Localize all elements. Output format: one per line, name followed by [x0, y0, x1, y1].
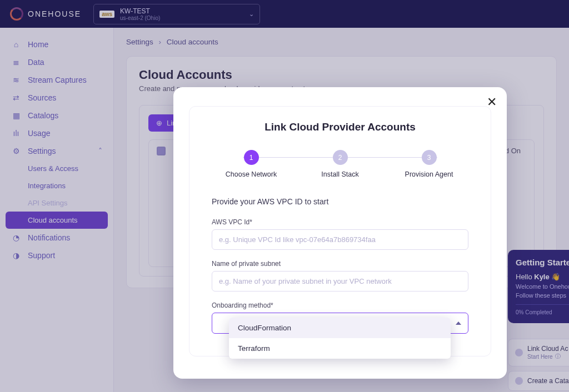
- subnet-input[interactable]: [212, 271, 468, 292]
- close-button[interactable]: ✕: [487, 95, 497, 109]
- step-label: Choose Network: [226, 170, 277, 178]
- step-provision-agent[interactable]: 3 Provision Agent: [393, 150, 465, 178]
- caret-up-icon: [456, 321, 461, 325]
- step-label: Provision Agent: [405, 170, 453, 178]
- step-number: 2: [333, 150, 348, 165]
- vpc-id-label: AWS VPC Id*: [212, 218, 468, 226]
- onboarding-method-label: Onboarding method*: [212, 301, 468, 309]
- step-install-stack[interactable]: 2 Install Stack: [304, 150, 376, 178]
- step-number: 1: [244, 150, 259, 165]
- step-label: Install Stack: [321, 170, 358, 178]
- option-terraform[interactable]: Terraform: [229, 338, 451, 359]
- modal-title: Link Cloud Provider Accounts: [212, 121, 468, 133]
- modal-form: Provide your AWS VPC ID to start AWS VPC…: [212, 197, 468, 334]
- close-icon: ✕: [487, 95, 497, 109]
- vpc-id-input[interactable]: [212, 229, 468, 250]
- onboarding-method-dropdown: CloudFormation Terraform: [229, 318, 451, 359]
- option-cloudformation[interactable]: CloudFormation: [229, 318, 451, 338]
- subnet-label: Name of private subnet: [212, 260, 468, 268]
- wizard-steps: 1 Choose Network 2 Install Stack 3 Provi…: [215, 150, 465, 178]
- step-choose-network[interactable]: 1 Choose Network: [215, 150, 287, 178]
- form-intro: Provide your AWS VPC ID to start: [212, 197, 468, 206]
- step-number: 3: [422, 150, 437, 165]
